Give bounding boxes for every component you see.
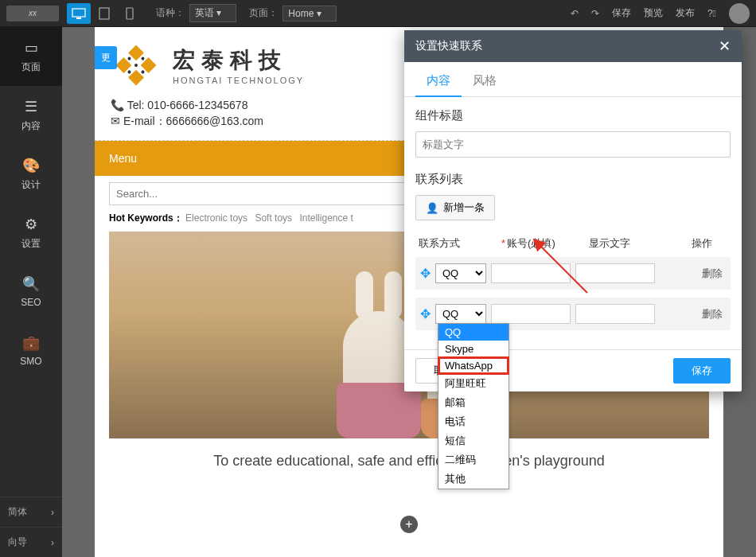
person-plus-icon: 👤 (426, 202, 438, 214)
menu-label: Menu (109, 152, 137, 165)
sidebar-item-design[interactable]: 🎨设计 (0, 145, 62, 204)
svg-rect-3 (127, 8, 133, 19)
sidebar-item-smo[interactable]: 💼SMO (0, 321, 62, 380)
help-icon[interactable]: ?⃝ (707, 8, 716, 19)
device-tablet[interactable] (92, 3, 116, 24)
svg-point-8 (141, 56, 146, 61)
account-input[interactable] (491, 263, 571, 283)
method-dropdown[interactable]: QQ Skype WhatsApp 阿里旺旺 邮箱 电话 短信 二维码 其他 (438, 323, 509, 489)
col-method: 联系方式 (419, 236, 501, 251)
method-select[interactable]: QQ (435, 263, 486, 283)
palette-icon: 🎨 (23, 158, 39, 173)
col-account: *账号(必填) (501, 236, 589, 251)
dropdown-option[interactable]: 阿里旺旺 (438, 374, 509, 393)
dropdown-option[interactable]: 其他 (438, 469, 509, 489)
svg-rect-0 (72, 9, 85, 17)
tab-content[interactable]: 内容 (415, 62, 462, 96)
tagline: To create educational, safe and efficien… (95, 438, 723, 484)
dropdown-option[interactable]: 邮箱 (438, 393, 509, 412)
tab-style[interactable]: 风格 (462, 62, 508, 96)
sidebar: ▭页面 ☰内容 🎨设计 ⚙设置 🔍SEO 💼SMO 简体› 向导› (0, 27, 62, 557)
topbar: xx 语种： 英语 ▾ 页面： Home ▾ ↶ ↷ 保存 预览 发布 ?⃝ (0, 0, 756, 27)
col-op: 操作 (676, 236, 727, 251)
lang-select[interactable]: 英语 ▾ (189, 4, 236, 22)
page-label: 页面： (249, 6, 278, 20)
add-row-button[interactable]: 👤新增一条 (415, 195, 495, 220)
modal-title: 设置快速联系 (415, 39, 482, 53)
device-mobile[interactable] (118, 3, 142, 24)
drag-handle-icon[interactable]: ✥ (420, 306, 431, 321)
brand-name-en: HONGTAI TECHNOLOGY (173, 76, 304, 85)
sidebar-item-seo[interactable]: 🔍SEO (0, 263, 62, 321)
dropdown-option[interactable]: Skype (438, 341, 509, 357)
brand-logo (111, 40, 162, 91)
page-select[interactable]: Home ▾ (283, 6, 336, 21)
method-select[interactable]: QQ (435, 304, 486, 324)
user-avatar[interactable] (729, 3, 750, 24)
chevron-right-icon: › (51, 537, 54, 548)
sidebar-item-page[interactable]: ▭页面 (0, 27, 62, 86)
section-title-input[interactable] (415, 131, 731, 158)
svg-point-10 (127, 56, 132, 61)
sidebar-guide[interactable]: 向导› (0, 527, 62, 557)
search-icon: 🔍 (23, 276, 39, 292)
sidebar-item-content[interactable]: ☰内容 (0, 86, 62, 145)
sidebar-item-settings[interactable]: ⚙设置 (0, 204, 62, 263)
publish-action[interactable]: 发布 (676, 6, 695, 20)
account-input[interactable] (491, 304, 571, 324)
save-button[interactable]: 保存 (673, 358, 731, 384)
app-logo: xx (6, 6, 59, 21)
svg-point-9 (127, 70, 132, 75)
update-button[interactable]: 更 (95, 46, 117, 69)
dropdown-option[interactable]: QQ (438, 324, 509, 341)
close-icon[interactable]: ✕ (719, 37, 731, 55)
section-title-label: 组件标题 (415, 108, 731, 123)
preview-action[interactable]: 预览 (644, 6, 663, 20)
undo-icon[interactable]: ↶ (571, 8, 579, 19)
list-label: 联系列表 (415, 172, 731, 187)
contact-table: 联系方式 *账号(必填) 显示文字 操作 ✥ QQ 删除 ✥ QQ 删除 QQ (415, 230, 731, 330)
drag-handle-icon[interactable]: ✥ (420, 266, 431, 281)
dropdown-option[interactable]: WhatsApp (438, 357, 509, 374)
redo-icon[interactable]: ↷ (591, 8, 599, 19)
dropdown-option[interactable]: 二维码 (438, 450, 509, 469)
delete-row[interactable]: 删除 (699, 307, 726, 321)
device-switcher (67, 3, 142, 24)
svg-point-12 (134, 63, 138, 68)
brand-name-cn: 宏泰科技 (173, 45, 304, 76)
quick-contact-modal: 设置快速联系 ✕ 内容 风格 组件标题 联系列表 👤新增一条 联系方式 *账号(… (404, 30, 742, 391)
add-section-button[interactable]: + (400, 516, 418, 533)
device-desktop[interactable] (67, 3, 91, 24)
contact-row: ✥ QQ 删除 (415, 257, 731, 290)
briefcase-icon: 💼 (23, 335, 39, 351)
save-action[interactable]: 保存 (612, 6, 631, 20)
page-icon: ▭ (23, 40, 39, 56)
display-text-input[interactable] (575, 304, 655, 324)
gear-icon: ⚙ (23, 216, 39, 232)
lang-label: 语种： (156, 6, 185, 20)
col-text: 显示文字 (589, 236, 676, 251)
svg-rect-1 (76, 18, 81, 19)
delete-row[interactable]: 删除 (699, 267, 726, 281)
display-text-input[interactable] (575, 263, 655, 283)
dropdown-option[interactable]: 电话 (438, 412, 509, 431)
svg-rect-2 (99, 8, 109, 19)
sidebar-lang-switch[interactable]: 简体› (0, 497, 62, 527)
svg-point-11 (141, 70, 146, 75)
content-icon: ☰ (23, 99, 39, 115)
contact-row: ✥ QQ 删除 QQ Skype WhatsApp 阿里旺旺 邮箱 电话 短信 … (415, 298, 731, 330)
chevron-right-icon: › (51, 507, 54, 518)
dropdown-option[interactable]: 短信 (438, 431, 509, 450)
